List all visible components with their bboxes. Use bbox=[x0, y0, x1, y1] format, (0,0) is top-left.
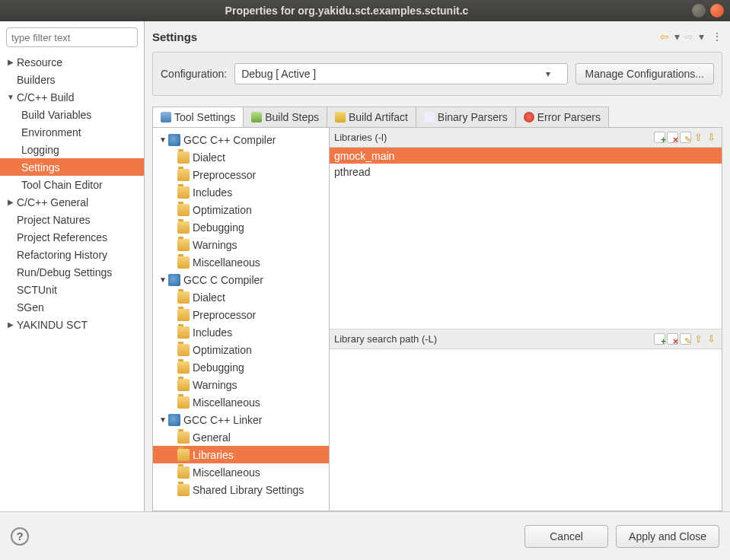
window-titlebar: Properties for org.yakidu.sct.examples.s… bbox=[0, 0, 730, 21]
folder-icon bbox=[177, 344, 190, 356]
tool-option[interactable]: Shared Library Settings bbox=[153, 481, 329, 498]
tool-label: Warnings bbox=[193, 239, 237, 251]
tool-option[interactable]: Optimization bbox=[153, 201, 329, 218]
expand-arrow-icon[interactable]: ▼ bbox=[158, 415, 168, 424]
apply-and-close-button[interactable]: Apply and Close bbox=[616, 525, 719, 548]
delete-icon[interactable] bbox=[667, 333, 678, 345]
tab-label: Build Artifact bbox=[349, 111, 408, 123]
sidebar-item[interactable]: ▶C/C++ General bbox=[0, 193, 144, 211]
library-search-path-list[interactable] bbox=[330, 349, 722, 511]
folder-icon bbox=[177, 204, 190, 216]
expand-arrow-icon[interactable]: ▼ bbox=[6, 93, 15, 101]
cancel-button[interactable]: Cancel bbox=[524, 525, 608, 548]
tab-label: Error Parsers bbox=[537, 111, 601, 123]
list-item[interactable]: pthread bbox=[330, 164, 722, 180]
tab[interactable]: Tool Settings bbox=[152, 107, 244, 127]
sidebar-item[interactable]: Run/Debug Settings bbox=[0, 263, 144, 281]
sidebar-item[interactable]: Refactoring History bbox=[0, 246, 144, 263]
help-icon[interactable]: ? bbox=[11, 527, 29, 546]
tool-option[interactable]: Miscellaneous bbox=[153, 253, 329, 271]
tool-group[interactable]: ▼GCC C Compiler bbox=[153, 271, 329, 288]
close-icon[interactable] bbox=[710, 4, 724, 18]
sidebar-item[interactable]: Builders bbox=[0, 71, 144, 88]
tab[interactable]: Build Artifact bbox=[327, 107, 416, 127]
expand-arrow-icon[interactable]: ▶ bbox=[6, 320, 15, 329]
tool-option[interactable]: Optimization bbox=[153, 341, 329, 358]
add-icon[interactable] bbox=[654, 132, 665, 143]
tool-group[interactable]: ▼GCC C++ Compiler bbox=[153, 131, 329, 148]
tool-icon bbox=[168, 134, 180, 146]
move-up-icon[interactable] bbox=[693, 132, 704, 143]
tool-label: GCC C++ Linker bbox=[183, 414, 262, 426]
tab[interactable]: Error Parsers bbox=[515, 107, 609, 127]
tool-option[interactable]: Libraries bbox=[153, 446, 329, 463]
tab[interactable]: Build Steps bbox=[243, 107, 327, 127]
tool-label: Shared Library Settings bbox=[193, 484, 304, 496]
minimize-icon[interactable] bbox=[692, 4, 706, 18]
nav-back-icon[interactable]: ⇦ bbox=[660, 30, 669, 43]
delete-icon[interactable] bbox=[667, 132, 678, 143]
expand-arrow-icon[interactable]: ▼ bbox=[158, 135, 168, 144]
expand-arrow-icon[interactable]: ▼ bbox=[158, 275, 168, 284]
folder-icon bbox=[177, 151, 190, 164]
move-up-icon[interactable] bbox=[693, 333, 704, 345]
tool-option[interactable]: Miscellaneous bbox=[153, 393, 329, 411]
edit-icon[interactable] bbox=[680, 333, 691, 345]
tool-option[interactable]: Dialect bbox=[153, 148, 329, 166]
tool-option[interactable]: Includes bbox=[153, 323, 329, 341]
tool-label: Warnings bbox=[193, 379, 237, 391]
sidebar-item-label: C/C++ General bbox=[15, 196, 88, 208]
page-title: Settings bbox=[152, 30, 658, 43]
view-menu-icon[interactable]: ⋮ bbox=[712, 30, 722, 43]
tool-option[interactable]: Warnings bbox=[153, 236, 329, 253]
sidebar-item[interactable]: Project Natures bbox=[0, 211, 144, 228]
tab[interactable]: Binary Parsers bbox=[416, 107, 516, 127]
sidebar-item-label: C/C++ Build bbox=[15, 91, 74, 103]
tool-option[interactable]: Preprocessor bbox=[153, 166, 329, 183]
sidebar-item-label: Builders bbox=[15, 74, 56, 86]
expand-arrow-icon[interactable]: ▶ bbox=[6, 58, 15, 66]
tool-option[interactable]: General bbox=[153, 428, 329, 446]
manage-configurations-button[interactable]: Manage Configurations... bbox=[575, 63, 714, 84]
sidebar-item[interactable]: ▶Resource bbox=[0, 53, 144, 71]
nav-back-menu-icon[interactable]: ▾ bbox=[674, 30, 680, 43]
tool-option[interactable]: Preprocessor bbox=[153, 306, 329, 323]
sidebar-item[interactable]: Build Variables bbox=[0, 106, 144, 123]
header-nav: ⇦ ▾ ⇨ ▾ ⋮ bbox=[658, 30, 722, 43]
list-item[interactable]: gmock_main bbox=[330, 148, 722, 164]
window-title: Properties for org.yakidu.sct.examples.s… bbox=[6, 5, 687, 17]
tool-option[interactable]: Debugging bbox=[153, 218, 329, 236]
tool-label: Dialect bbox=[193, 291, 225, 304]
tool-option[interactable]: Includes bbox=[153, 183, 329, 201]
sidebar-item[interactable]: Settings bbox=[0, 158, 144, 176]
configuration-select[interactable]: Debug [ Active ] bbox=[234, 63, 567, 84]
move-down-icon[interactable] bbox=[706, 333, 717, 345]
edit-icon[interactable] bbox=[680, 132, 691, 143]
sidebar-item[interactable]: ▼C/C++ Build bbox=[0, 88, 144, 106]
sidebar-item[interactable]: ▶YAKINDU SCT bbox=[0, 316, 144, 333]
filter-input[interactable] bbox=[6, 27, 138, 47]
folder-icon bbox=[177, 431, 190, 444]
tool-option[interactable]: Warnings bbox=[153, 376, 329, 393]
nav-forward-menu-icon[interactable]: ▾ bbox=[699, 30, 704, 43]
sidebar-item-label: YAKINDU SCT bbox=[15, 319, 88, 331]
sidebar-item[interactable]: SCTUnit bbox=[0, 281, 144, 298]
expand-arrow-icon[interactable]: ▶ bbox=[6, 198, 15, 206]
sidebar-item-label: Environment bbox=[20, 126, 81, 138]
tool-option[interactable]: Miscellaneous bbox=[153, 463, 329, 481]
sidebar-item[interactable]: Logging bbox=[0, 141, 144, 158]
settings-tabs: Tool SettingsBuild StepsBuild ArtifactBi… bbox=[152, 107, 722, 127]
sidebar-item-label: Resource bbox=[15, 56, 62, 68]
libraries-list[interactable]: gmock_mainpthread bbox=[330, 148, 722, 329]
tool-option[interactable]: Dialect bbox=[153, 288, 329, 306]
folder-icon bbox=[177, 396, 190, 409]
add-icon[interactable] bbox=[654, 333, 665, 345]
sidebar-item-label: Settings bbox=[20, 161, 60, 173]
sidebar-item[interactable]: Project References bbox=[0, 228, 144, 246]
sidebar-item[interactable]: SGen bbox=[0, 298, 144, 316]
sidebar-item[interactable]: Environment bbox=[0, 123, 144, 141]
tool-option[interactable]: Debugging bbox=[153, 358, 329, 376]
move-down-icon[interactable] bbox=[706, 132, 717, 143]
tool-group[interactable]: ▼GCC C++ Linker bbox=[153, 411, 329, 428]
sidebar-item[interactable]: Tool Chain Editor bbox=[0, 176, 144, 193]
